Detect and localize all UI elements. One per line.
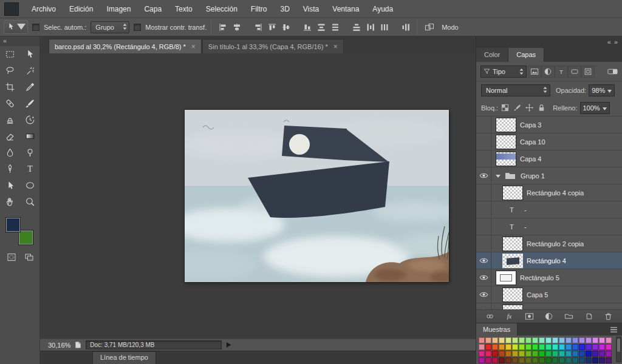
swatches-tab[interactable]: Muestras [476, 323, 518, 335]
document-canvas[interactable] [185, 110, 449, 282]
align-left-button[interactable] [216, 21, 230, 33]
visibility-toggle[interactable] [476, 286, 491, 303]
distribute-right-button[interactable] [398, 21, 412, 33]
magic-wand-tool[interactable] [20, 62, 40, 79]
auto-select-checkbox[interactable] [32, 24, 39, 31]
layer-thumbnail[interactable] [496, 271, 516, 285]
visibility-toggle[interactable] [476, 218, 491, 235]
pen-tool[interactable] [0, 161, 20, 177]
color-swatch[interactable] [552, 351, 558, 357]
color-swatch[interactable] [559, 357, 565, 363]
visibility-toggle[interactable] [476, 303, 491, 309]
color-swatch[interactable] [499, 351, 505, 357]
visibility-toggle[interactable] [476, 184, 491, 201]
show-transform-checkbox[interactable] [134, 24, 141, 31]
brush-tool[interactable] [20, 95, 40, 112]
color-swatch[interactable] [579, 337, 585, 343]
layer-row[interactable]: T Rectángulo 3 [476, 303, 622, 309]
color-swatch[interactable] [545, 351, 552, 357]
new-group-icon[interactable] [564, 311, 575, 322]
color-swatch[interactable] [519, 337, 525, 343]
color-swatch[interactable] [512, 351, 518, 357]
color-swatch[interactable] [552, 337, 558, 343]
layer-row[interactable]: T Rectángulo 4 copia [476, 184, 622, 201]
align-right-button[interactable] [251, 21, 265, 33]
layer-thumbnail[interactable] [502, 288, 523, 302]
color-swatch[interactable] [586, 351, 592, 357]
color-swatch[interactable] [485, 337, 491, 343]
healing-brush-tool[interactable] [0, 95, 20, 112]
color-swatch[interactable] [579, 344, 585, 350]
visibility-toggle[interactable] [476, 235, 491, 252]
color-swatch[interactable] [566, 344, 572, 350]
color-swatch[interactable] [532, 357, 538, 363]
color-swatch[interactable] [606, 357, 612, 363]
zoom-tool[interactable] [20, 194, 40, 210]
color-swatch[interactable] [485, 351, 491, 357]
opacity-field[interactable]: 98% [589, 84, 615, 96]
layer-name[interactable]: Rectángulo 5 [520, 274, 559, 281]
layer-thumbnail[interactable] [502, 237, 523, 251]
menu-item[interactable]: Archivo [25, 0, 63, 18]
canvas-area[interactable] [40, 53, 476, 339]
color-swatch[interactable] [539, 351, 545, 357]
color-swatch[interactable] [492, 344, 498, 350]
menu-item[interactable]: Ventana [326, 0, 366, 18]
layer-name[interactable]: Rectángulo 4 copia [527, 189, 584, 197]
menu-item[interactable]: Ayuda [366, 0, 400, 18]
auto-select-scope-dropdown[interactable]: Grupo [91, 21, 129, 33]
scrollbar-thumb[interactable] [617, 339, 620, 352]
color-swatch[interactable] [606, 337, 612, 343]
color-swatch[interactable] [492, 351, 498, 357]
color-swatch[interactable] [519, 351, 525, 357]
layer-thumbnail[interactable] [496, 118, 516, 132]
close-icon[interactable]: × [333, 44, 338, 50]
color-swatch[interactable] [559, 337, 565, 343]
layer-name[interactable]: Rectángulo 2 copia [527, 240, 584, 248]
color-swatch[interactable] [599, 337, 605, 343]
filter-kind-dropdown[interactable]: Tipo [480, 66, 527, 78]
add-layer-mask-icon[interactable] [524, 311, 535, 322]
lock-transparency-icon[interactable] [500, 103, 510, 113]
color-swatch[interactable] [586, 357, 592, 363]
color-swatch[interactable] [572, 344, 578, 350]
visibility-toggle[interactable] [476, 269, 491, 286]
color-swatch[interactable] [505, 351, 511, 357]
color-swatch[interactable] [532, 351, 538, 357]
color-swatch[interactable] [566, 351, 572, 357]
layer-row[interactable]: T Capa 10 [476, 133, 622, 150]
screen-mode-button[interactable] [23, 251, 35, 263]
color-swatch[interactable] [525, 337, 531, 343]
color-swatch[interactable] [539, 357, 545, 363]
visibility-toggle[interactable] [476, 167, 491, 184]
fill-field[interactable]: 100% [580, 102, 610, 114]
color-swatch[interactable] [606, 344, 612, 350]
collapse-panels-left-icon[interactable]: « [607, 38, 610, 46]
color-swatch[interactable] [479, 344, 485, 350]
color-swatch[interactable] [532, 337, 538, 343]
panel-tab[interactable]: Capas [508, 48, 544, 62]
color-swatch[interactable] [552, 357, 558, 363]
color-swatch[interactable] [505, 344, 511, 350]
layer-row[interactable]: T Rectángulo 2 copia [476, 235, 622, 252]
filter-adjustment-layers-icon[interactable] [541, 66, 555, 78]
color-swatch[interactable] [606, 351, 612, 357]
color-swatch[interactable] [545, 357, 552, 363]
layer-name[interactable]: Rectángulo 4 [527, 257, 566, 265]
document-tab[interactable]: barco.psd al 30,2% (Rectángulo 4, RGB/8)… [49, 39, 202, 53]
layer-thumbnail[interactable] [496, 152, 516, 166]
color-swatch[interactable] [519, 344, 525, 350]
document-tab[interactable]: Sin título-1 al 33,3% (Capa 4, RGB/16) *… [202, 39, 344, 53]
visibility-toggle[interactable] [476, 116, 491, 133]
color-swatch[interactable] [592, 344, 598, 350]
layer-thumbnail[interactable] [502, 254, 523, 268]
distribute-left-button[interactable] [363, 21, 377, 33]
page-icon[interactable] [75, 341, 81, 349]
layer-name[interactable]: - [524, 206, 527, 214]
distribute-center-button[interactable] [377, 21, 391, 33]
clone-stamp-tool[interactable] [0, 112, 20, 128]
menu-item[interactable]: Capa [137, 0, 168, 18]
layer-thumbnail[interactable] [502, 305, 523, 310]
status-popup-arrow[interactable] [226, 342, 231, 348]
menu-item[interactable]: 3D [273, 0, 296, 18]
